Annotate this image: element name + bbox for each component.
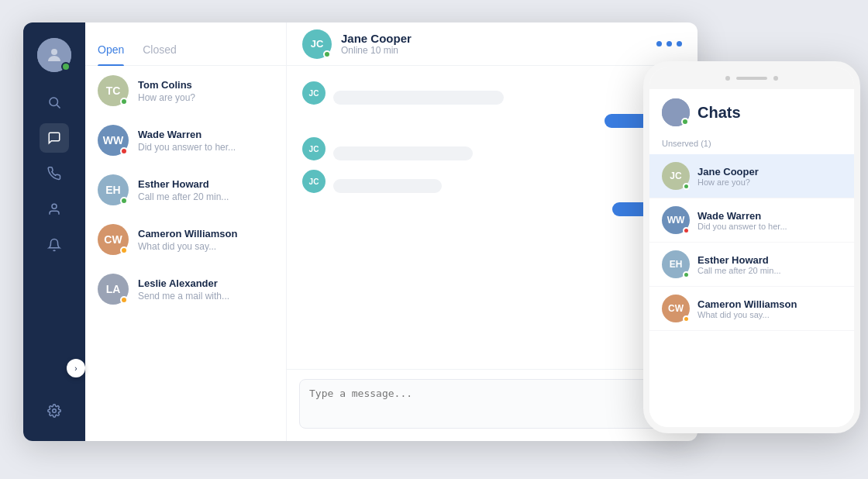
msg-avatar: JC bbox=[302, 81, 326, 105]
conv-info: Wade Warren Did you answer to her... bbox=[138, 129, 274, 153]
conv-preview: Did you answer to her... bbox=[138, 142, 274, 153]
conversation-tabs: Open Closed bbox=[85, 22, 286, 66]
notch-dot2 bbox=[773, 76, 778, 81]
chat-contact-name: Jane Cooper bbox=[341, 32, 647, 45]
conv-name: Esther Howard bbox=[138, 178, 274, 190]
msg-avatar: JC bbox=[302, 170, 326, 193]
phone-item-preview: How are you? bbox=[698, 177, 842, 187]
notch-bar bbox=[736, 77, 767, 80]
msg-avatar: JC bbox=[302, 137, 326, 160]
msg-bubble bbox=[333, 91, 504, 105]
phone-nav-icon[interactable] bbox=[40, 159, 69, 188]
phone-item-info: Wade Warren Did you answer to her... bbox=[698, 210, 842, 231]
svg-point-0 bbox=[51, 49, 57, 55]
conv-name: Leslie Alexander bbox=[138, 277, 274, 289]
settings-icon[interactable] bbox=[40, 396, 69, 426]
conv-name: Cameron Williamson bbox=[138, 228, 274, 239]
bell-nav-icon[interactable] bbox=[40, 230, 69, 260]
more-options-dot2 bbox=[666, 41, 672, 47]
svg-line-2 bbox=[57, 105, 60, 108]
phone-item-avatar: CW bbox=[662, 295, 690, 322]
conv-preview: How are you? bbox=[138, 92, 274, 103]
collapse-button[interactable]: › bbox=[67, 359, 85, 377]
phone-item-avatar: JC bbox=[662, 162, 690, 190]
phone-chat-item-0[interactable]: JC Jane Cooper How are you? bbox=[649, 154, 854, 198]
conv-status-dot bbox=[120, 98, 128, 105]
user-status-dot bbox=[61, 62, 71, 71]
conv-avatar: TC bbox=[98, 75, 129, 106]
conversation-item-leslie[interactable]: LA Leslie Alexander Send me a mail with.… bbox=[85, 264, 286, 314]
chat-input-area bbox=[287, 369, 698, 441]
conv-name: Tom Colins bbox=[138, 79, 274, 91]
tab-open[interactable]: Open bbox=[98, 43, 124, 65]
conv-avatar: CW bbox=[98, 224, 129, 255]
phone-item-status bbox=[683, 227, 690, 234]
contact-nav-icon[interactable] bbox=[40, 195, 69, 224]
phone-unserved-label: Unserved (1) bbox=[649, 136, 854, 154]
phone-user-avatar bbox=[662, 98, 690, 126]
message-row-2: JC bbox=[302, 137, 682, 160]
phone-item-status bbox=[683, 183, 690, 190]
svg-point-1 bbox=[50, 98, 58, 106]
conversation-item-cameron[interactable]: CW Cameron Williamson What did you say..… bbox=[85, 215, 286, 264]
conv-preview: Send me a mail with... bbox=[138, 291, 274, 302]
phone-item-avatar: WW bbox=[662, 206, 690, 234]
message-row-3: JC bbox=[302, 170, 682, 193]
sidebar: › bbox=[23, 22, 85, 441]
conv-preview: What did you say... bbox=[138, 241, 274, 252]
phone-chat-item-1[interactable]: WW Wade Warren Did you answer to her... bbox=[649, 198, 854, 243]
more-options-dot1 bbox=[656, 41, 662, 47]
chat-area: JC Jane Cooper Online 10 min JC bbox=[287, 22, 698, 441]
conv-info: Cameron Williamson What did you say... bbox=[138, 228, 274, 252]
phone-item-info: Cameron Williamson What did you say... bbox=[698, 298, 842, 319]
chat-contact-avatar: JC bbox=[302, 29, 332, 59]
contact-status-dot bbox=[323, 50, 331, 58]
phone-item-preview: What did you say... bbox=[698, 310, 842, 319]
message-row-4 bbox=[302, 202, 682, 216]
phone-item-status bbox=[683, 315, 690, 322]
phone-item-info: Esther Howard Call me after 20 min... bbox=[698, 254, 842, 275]
phone-header: Chats bbox=[649, 89, 854, 136]
user-avatar[interactable] bbox=[37, 38, 71, 72]
mobile-phone: Chats Unserved (1) JC Jane Cooper How ar… bbox=[643, 61, 860, 433]
conversation-item-wade[interactable]: WW Wade Warren Did you answer to her... bbox=[85, 115, 286, 165]
conv-status-dot bbox=[120, 147, 128, 155]
conv-status-dot bbox=[120, 197, 128, 205]
conv-info: Tom Colins How are you? bbox=[138, 79, 274, 103]
conv-avatar: LA bbox=[98, 274, 129, 305]
conversation-item-esther[interactable]: EH Esther Howard Call me after 20 min... bbox=[85, 165, 286, 215]
message-row-1 bbox=[302, 114, 682, 128]
chat-contact-status: Online 10 min bbox=[341, 45, 647, 56]
phone-notch bbox=[649, 67, 854, 89]
conversation-item-tom[interactable]: TC Tom Colins How are you? bbox=[85, 66, 286, 115]
conv-info: Esther Howard Call me after 20 min... bbox=[138, 178, 274, 202]
search-nav-icon[interactable] bbox=[40, 88, 69, 117]
phone-item-preview: Call me after 20 min... bbox=[698, 266, 842, 275]
phone-chat-item-2[interactable]: EH Esther Howard Call me after 20 min... bbox=[649, 243, 854, 287]
tab-closed[interactable]: Closed bbox=[143, 43, 177, 65]
phone-item-name: Wade Warren bbox=[698, 210, 842, 222]
msg-bubble bbox=[333, 179, 442, 193]
phone-item-avatar: EH bbox=[662, 250, 690, 278]
chat-header: JC Jane Cooper Online 10 min bbox=[287, 22, 698, 66]
conv-info: Leslie Alexander Send me a mail with... bbox=[138, 277, 274, 302]
phone-item-name: Cameron Williamson bbox=[698, 298, 842, 310]
phone-user-status bbox=[681, 118, 689, 126]
chat-header-info: Jane Cooper Online 10 min bbox=[341, 32, 647, 56]
chat-messages: JC JC JC bbox=[287, 66, 698, 369]
more-options-dot3 bbox=[677, 41, 682, 47]
conv-name: Wade Warren bbox=[138, 129, 274, 140]
phone-title: Chats bbox=[698, 104, 741, 122]
chat-input[interactable] bbox=[299, 379, 685, 429]
conv-avatar: WW bbox=[98, 125, 129, 156]
phone-chat-item-3[interactable]: CW Cameron Williamson What did you say..… bbox=[649, 287, 854, 331]
phone-chat-list: JC Jane Cooper How are you? WW Wade Warr… bbox=[649, 154, 854, 427]
phone-item-name: Esther Howard bbox=[698, 254, 842, 266]
conversation-panel: Open Closed TC Tom Colins How are you? W… bbox=[85, 22, 287, 441]
phone-item-info: Jane Cooper How are you? bbox=[698, 166, 842, 187]
chat-nav-icon[interactable] bbox=[40, 123, 69, 153]
conv-status-dot bbox=[120, 246, 128, 254]
chat-header-actions[interactable] bbox=[656, 41, 682, 47]
message-row-0: JC bbox=[302, 81, 682, 105]
phone-item-name: Jane Cooper bbox=[698, 166, 842, 177]
